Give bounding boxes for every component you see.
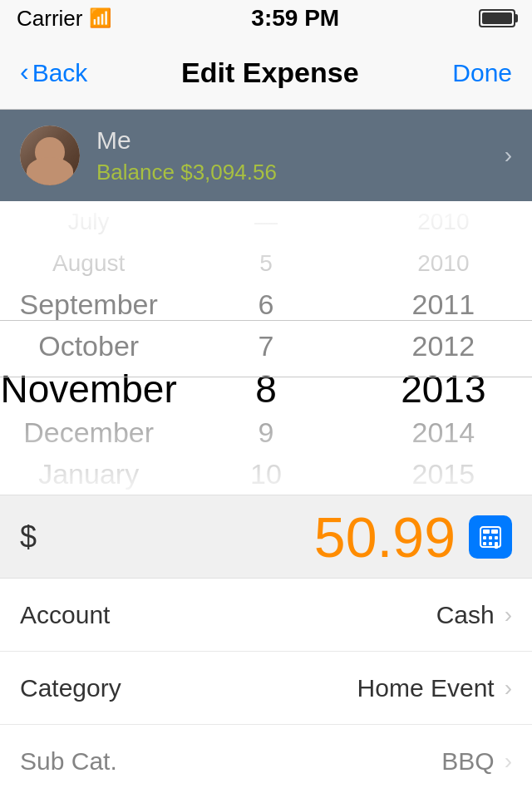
category-row[interactable]: Category Home Event ›: [0, 652, 532, 725]
svg-rect-3: [489, 536, 492, 539]
svg-rect-7: [495, 542, 498, 549]
picker-item-selected: 2013: [355, 367, 532, 411]
picker-item: 5: [177, 243, 354, 284]
picker-item: —: [177, 201, 354, 243]
day-picker-column[interactable]: — 5 6 7 8 9 10: [177, 201, 354, 495]
account-value: Cash: [436, 601, 495, 629]
picker-item: 6: [177, 284, 354, 326]
carrier-info: Carrier 📶: [17, 6, 111, 32]
done-button[interactable]: Done: [452, 59, 512, 87]
avatar: [20, 126, 80, 185]
svg-rect-2: [483, 536, 486, 539]
picker-item-selected: November: [0, 367, 177, 411]
subcategory-chevron-icon: ›: [505, 748, 512, 775]
avatar-image: [20, 126, 80, 185]
back-button[interactable]: ‹ Back: [20, 58, 87, 87]
picker-item: December: [0, 411, 177, 453]
month-picker-column[interactable]: July August September October November D…: [0, 201, 177, 495]
currency-symbol: $: [20, 520, 37, 554]
battery-fill: [482, 12, 512, 24]
battery-icon: [479, 9, 515, 27]
battery-indicator: [479, 9, 515, 27]
subcategory-value: BBQ: [441, 747, 494, 776]
picker-item: 2011: [355, 284, 532, 326]
status-bar: Carrier 📶 3:59 PM: [0, 0, 532, 37]
amount-value[interactable]: 50.99: [50, 505, 456, 569]
category-value: Home Event: [357, 674, 495, 702]
calculator-icon: [477, 524, 504, 550]
account-label: Account: [20, 601, 436, 629]
carrier-label: Carrier: [17, 6, 82, 32]
picker-item: 2010: [355, 243, 532, 284]
account-balance: Balance $3,094.56: [96, 160, 505, 185]
amount-section: $ 50.99: [0, 495, 532, 579]
back-label: Back: [32, 59, 88, 87]
picker-item: 7: [177, 326, 354, 367]
status-time: 3:59 PM: [251, 5, 339, 32]
back-chevron-icon: ‹: [20, 57, 29, 87]
picker-item: July: [0, 201, 177, 243]
svg-rect-6: [489, 542, 492, 545]
picker-item: August: [0, 243, 177, 284]
form-section: Account Cash › Category Home Event › Sub…: [0, 579, 532, 798]
picker-item-selected: 8: [177, 367, 354, 411]
svg-rect-4: [495, 536, 498, 539]
subcategory-row[interactable]: Sub Cat. BBQ ›: [0, 725, 532, 798]
account-row[interactable]: Account Cash ›: [0, 579, 532, 652]
calculator-button[interactable]: [469, 515, 512, 559]
picker-item: 2010: [355, 201, 532, 243]
picker-item: 2012: [355, 326, 532, 367]
date-picker[interactable]: July August September October November D…: [0, 201, 532, 495]
account-chevron-icon: ›: [505, 602, 512, 628]
picker-item: 10: [177, 453, 354, 495]
wifi-icon: 📶: [89, 7, 111, 29]
subcategory-label: Sub Cat.: [20, 747, 441, 776]
page-title: Edit Expense: [181, 57, 359, 89]
picker-item: 2014: [355, 411, 532, 453]
picker-item: January: [0, 453, 177, 495]
picker-item: October: [0, 326, 177, 367]
account-chevron-icon: ›: [505, 142, 512, 169]
svg-rect-8: [491, 530, 498, 534]
account-info: Me Balance $3,094.56: [96, 126, 505, 185]
picker-item: 2015: [355, 453, 532, 495]
year-picker-column[interactable]: 2010 2010 2011 2012 2013 2014 2015: [355, 201, 532, 495]
account-name: Me: [96, 126, 505, 155]
category-label: Category: [20, 674, 357, 702]
picker-item: 9: [177, 411, 354, 453]
svg-rect-1: [483, 530, 490, 534]
picker-item: September: [0, 284, 177, 326]
category-chevron-icon: ›: [505, 675, 512, 702]
navigation-bar: ‹ Back Edit Expense Done: [0, 37, 532, 110]
account-header[interactable]: Me Balance $3,094.56 ›: [0, 110, 532, 201]
svg-rect-5: [483, 542, 486, 545]
